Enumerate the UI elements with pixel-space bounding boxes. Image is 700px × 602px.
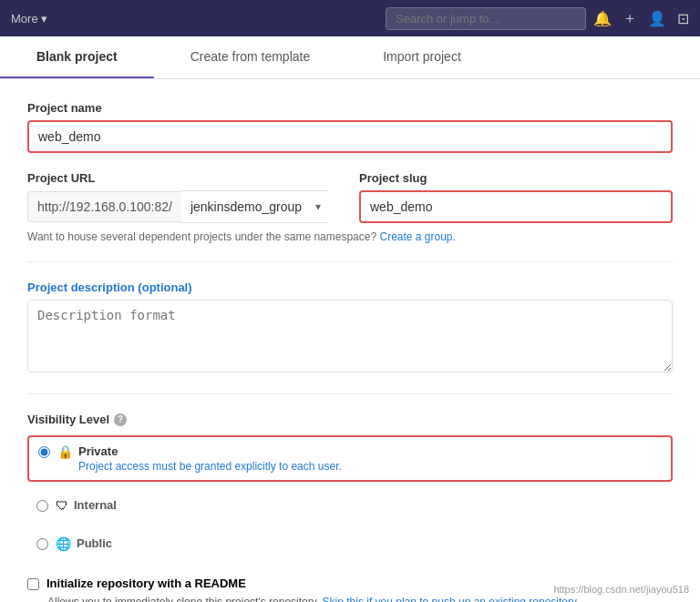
more-menu[interactable]: More ▾ — [11, 12, 47, 26]
tab-import-project[interactable]: Import project — [346, 36, 498, 78]
project-form: Project name Project URL http://192.168.… — [0, 79, 700, 602]
main-container: Blank project Create from template Impor… — [0, 36, 700, 602]
more-label: More — [11, 12, 38, 26]
project-url-label: Project URL — [27, 171, 341, 185]
readme-label: Initialize repository with a README — [46, 576, 246, 590]
plus-icon[interactable]: ＋ — [623, 9, 637, 28]
project-slug-label: Project slug — [359, 171, 673, 185]
description-textarea[interactable] — [27, 300, 673, 372]
visibility-public[interactable]: 🌐 Public — [27, 529, 673, 558]
namespace-hint: Want to house several dependent projects… — [27, 230, 673, 243]
visibility-group: Visibility Level ? 🔒 Private Project acc… — [27, 413, 673, 558]
url-select-wrapper: jenkinsdemo_group ▾ — [181, 190, 328, 223]
visibility-public-label: Public — [77, 536, 112, 550]
url-row: http://192.168.0.100:82/ jenkinsdemo_gro… — [27, 190, 341, 223]
visibility-label: Visibility Level ? — [27, 413, 673, 426]
search-input[interactable] — [386, 7, 586, 30]
divider-2 — [27, 393, 673, 394]
create-group-link[interactable]: Create a group. — [379, 230, 455, 243]
divider — [27, 261, 673, 262]
radio-public[interactable] — [36, 538, 48, 550]
project-slug-input[interactable] — [359, 190, 673, 223]
visibility-private-text: Private Project access must be granted e… — [78, 444, 342, 473]
topbar-actions: 🔔 ＋ 👤 ⊡ — [593, 9, 689, 28]
visibility-public-text: Public — [77, 536, 112, 550]
project-name-label: Project name — [27, 101, 673, 115]
project-name-input[interactable] — [27, 120, 673, 153]
radio-internal[interactable] — [36, 500, 48, 512]
tab-bar: Blank project Create from template Impor… — [0, 36, 700, 79]
visibility-private[interactable]: 🔒 Private Project access must be granted… — [27, 435, 673, 482]
visibility-internal-text: Internal — [74, 498, 117, 512]
visibility-internal[interactable]: 🛡 Internal — [27, 491, 673, 520]
visibility-private-desc: Project access must be granted explicitl… — [78, 460, 342, 473]
topbar: More ▾ 🔔 ＋ 👤 ⊡ — [0, 0, 700, 36]
skip-link[interactable]: Skip this if you plan to push up an exis… — [323, 596, 580, 602]
visibility-private-label: Private — [78, 444, 342, 458]
description-label: Project description (optional) — [27, 281, 673, 294]
readme-checkbox[interactable] — [27, 578, 39, 590]
chevron-down-icon: ▾ — [41, 12, 47, 26]
visibility-internal-label: Internal — [74, 498, 117, 512]
readme-hint: Allows you to immediately clone this pro… — [47, 596, 673, 602]
globe-icon: 🌐 — [56, 536, 71, 551]
tab-create-from-template[interactable]: Create from template — [154, 36, 347, 78]
project-slug-col: Project slug — [359, 171, 673, 223]
project-name-group: Project name — [27, 101, 673, 153]
bell-icon[interactable]: 🔔 — [593, 10, 612, 27]
url-slug-row: Project URL http://192.168.0.100:82/ jen… — [27, 171, 673, 223]
user-icon[interactable]: 👤 — [648, 10, 666, 27]
namespace-select[interactable]: jenkinsdemo_group — [181, 190, 328, 223]
lock-icon: 🔒 — [57, 444, 73, 459]
window-icon[interactable]: ⊡ — [677, 10, 689, 27]
footer-hint: https://blog.csdn.net/jiayou518 — [553, 584, 689, 595]
radio-private[interactable] — [38, 446, 50, 458]
url-prefix: http://192.168.0.100:82/ — [27, 191, 181, 222]
shield-icon: 🛡 — [56, 498, 68, 513]
project-url-col: Project URL http://192.168.0.100:82/ jen… — [27, 171, 341, 223]
help-icon[interactable]: ? — [114, 413, 127, 426]
tab-blank-project[interactable]: Blank project — [0, 36, 154, 78]
description-group: Project description (optional) — [27, 281, 673, 375]
